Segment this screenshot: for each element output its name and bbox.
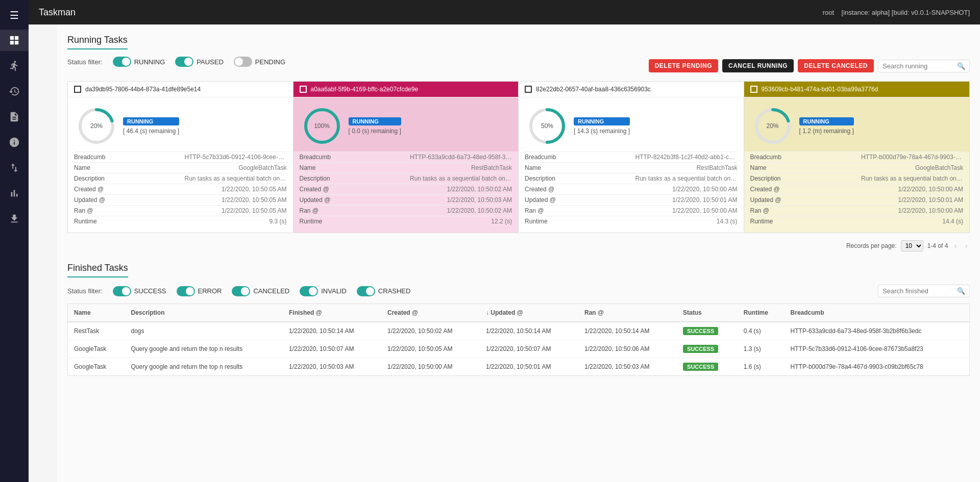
table-cell: 1.6 (s)	[738, 358, 785, 376]
status-badge: RUNNING	[799, 117, 854, 125]
card-checkbox[interactable]	[300, 86, 307, 93]
toggle-crashed-switch[interactable]	[357, 286, 375, 296]
sidebar-item-dashboard[interactable]	[0, 30, 29, 51]
table-cell: dogs	[125, 322, 283, 340]
running-title: Running Tasks	[67, 35, 128, 49]
task-cards-grid: da39db95-7806-44b4-873a-41dfe89e5e14 20%…	[67, 81, 970, 233]
card-info-updated: Updated @ 1/22/2020, 10:50:01 AM	[525, 194, 738, 205]
sidebar-item-history[interactable]	[0, 81, 29, 102]
progress-circle: 50%	[527, 106, 568, 146]
toggle-paused-label: PAUSED	[197, 58, 224, 66]
table-cell: 0.4 (s)	[738, 322, 785, 340]
delete-canceled-button[interactable]: DELETE CANCELED	[798, 59, 874, 72]
toggle-canceled-switch[interactable]	[232, 286, 250, 296]
delete-pending-button[interactable]: DELETE PENDING	[649, 59, 718, 72]
card-info-description: Description Run tasks as a sequential ba…	[525, 173, 738, 184]
toggle-running-switch[interactable]	[113, 57, 131, 67]
toggle-error-switch[interactable]	[177, 286, 195, 296]
running-actions: DELETE PENDING CANCEL RUNNING DELETE CAN…	[649, 59, 874, 72]
running-search-input[interactable]	[883, 62, 954, 70]
finished-filter-search-row: Status filter: SUCCESS ERROR CANCELED IN…	[67, 285, 970, 297]
table-header-cell[interactable]: Breadcumb	[785, 304, 970, 322]
card-info-updated: Updated @ 1/22/2020, 10:50:05 AM	[74, 194, 287, 205]
card-id: a0aa6abf-5f9b-4169-bffc-a2e07cfcde9e	[311, 86, 419, 93]
sidebar-item-info[interactable]	[0, 132, 29, 153]
toggle-pending-label: PENDING	[255, 58, 285, 66]
card-info-created: Created @ 1/22/2020, 10:50:00 AM	[750, 184, 964, 194]
table-header-cell[interactable]: ↓ Updated @	[480, 304, 578, 322]
menu-icon[interactable]: ☰	[6, 5, 23, 26]
table-cell: 1/22/2020, 10:50:05 AM	[381, 340, 480, 358]
task-card: da39db95-7806-44b4-873a-41dfe89e5e14 20%…	[68, 82, 293, 233]
sidebar-item-swap[interactable]	[0, 157, 29, 179]
card-info-runtime: Runtime 14.3 (s)	[525, 216, 738, 226]
table-cell: 1/22/2020, 10:50:06 AM	[578, 340, 677, 358]
table-cell: 1/22/2020, 10:50:14 AM	[578, 322, 677, 340]
progress-info: RUNNING [ 0.0 (s) remaining ]	[349, 117, 401, 135]
card-progress-area: 100% RUNNING [ 0.0 (s) remaining ]	[293, 97, 519, 151]
running-search-icon[interactable]: 🔍	[957, 62, 965, 70]
progress-info: RUNNING [ 46.4 (s) remaining ]	[123, 117, 179, 135]
finished-search-input[interactable]	[883, 287, 954, 295]
card-checkbox[interactable]	[74, 86, 81, 93]
records-per-page-select[interactable]: 10 25 50	[901, 240, 923, 251]
card-checkbox[interactable]	[525, 86, 532, 93]
progress-info: RUNNING [ 1.2 (m) remaining ]	[799, 117, 854, 135]
progress-text: 50%	[541, 122, 553, 130]
main-content: Running Tasks Status filter: RUNNING PAU…	[57, 24, 980, 482]
toggle-error: ERROR	[177, 286, 222, 296]
cancel-running-button[interactable]: CANCEL RUNNING	[722, 59, 794, 72]
card-info-runtime: Runtime 12.2 (s)	[300, 216, 512, 226]
status-badge: SUCCESS	[683, 327, 718, 335]
table-header-cell[interactable]: Ran @	[578, 304, 677, 322]
progress-text: 100%	[314, 122, 330, 130]
toggle-error-label: ERROR	[198, 287, 222, 295]
toggle-success-switch[interactable]	[113, 286, 131, 296]
sidebar-item-charts[interactable]	[0, 183, 29, 204]
table-header-cell[interactable]: Finished @	[283, 304, 381, 322]
toggle-paused: PAUSED	[175, 57, 224, 67]
sidebar-item-tasks[interactable]	[0, 106, 29, 128]
toggle-crashed: CRASHED	[357, 286, 411, 296]
table-cell: 1/22/2020, 10:50:14 AM	[480, 322, 578, 340]
table-header-cell[interactable]: Runtime	[738, 304, 785, 322]
table-header-cell[interactable]: Name	[68, 304, 125, 322]
table-row: GoogleTaskQuery google and return the to…	[68, 340, 970, 358]
app-title: Taskman	[39, 7, 76, 18]
table-cell: 1/22/2020, 10:50:14 AM	[283, 322, 381, 340]
toggle-invalid-switch[interactable]	[300, 286, 318, 296]
pagination-prev-button[interactable]: ‹	[952, 240, 959, 251]
table-cell: HTTP-633a9cdd-6a73-48ed-958f-3b2b8f6b3ed…	[785, 322, 970, 340]
finished-search-icon[interactable]: 🔍	[957, 287, 965, 295]
card-info-runtime: Runtime 9.3 (s)	[74, 216, 287, 226]
table-cell: SUCCESS	[677, 340, 738, 358]
card-info-breadcumb: Breadcumb HTTP-633a9cdd-6a73-48ed-958f-3…	[300, 151, 512, 162]
remaining-text: [ 0.0 (s) remaining ]	[349, 128, 401, 135]
card-info-created: Created @ 1/22/2020, 10:50:05 AM	[74, 184, 287, 194]
toggle-success: SUCCESS	[113, 286, 166, 296]
status-badge: RUNNING	[123, 117, 179, 125]
sidebar-item-import[interactable]	[0, 208, 29, 230]
table-header-cell[interactable]: Created @	[381, 304, 480, 322]
table-header-cell[interactable]: Status	[677, 304, 738, 322]
pagination-next-button[interactable]: ›	[963, 240, 970, 251]
task-card: 953609cb-b481-474a-bd01-03ba99a3776d 20%…	[744, 82, 970, 233]
toggle-pending-switch[interactable]	[234, 57, 252, 67]
table-header-cell[interactable]: Description	[125, 304, 283, 322]
topbar-user-info: root [instance: alpha] [build: v0.0.1-SN…	[823, 9, 970, 16]
table-cell: SUCCESS	[677, 358, 738, 376]
card-info: Breadcumb HTTP-b000d79e-78a4-467d-9903-c…	[744, 151, 970, 233]
progress-text: 20%	[90, 122, 103, 130]
card-info-name: Name RestBatchTask	[300, 162, 512, 173]
card-info: Breadcumb HTTP-5c7b33d6-0912-4106-9cee-8…	[68, 151, 293, 233]
toggle-paused-switch[interactable]	[175, 57, 193, 67]
status-badge: RUNNING	[574, 117, 630, 125]
card-info-description: Description Run tasks as a sequential ba…	[300, 173, 512, 184]
card-checkbox[interactable]	[750, 86, 757, 93]
pagination-range: 1-4 of 4	[927, 242, 948, 249]
finished-table: NameDescriptionFinished @Created @↓ Upda…	[67, 303, 970, 376]
card-info-updated: Updated @ 1/22/2020, 10:50:01 AM	[750, 194, 964, 205]
records-per-page-label: Records per page:	[846, 242, 897, 249]
card-info-ran: Ran @ 1/22/2020, 10:50:00 AM	[525, 205, 738, 216]
sidebar-item-running[interactable]	[0, 55, 29, 77]
